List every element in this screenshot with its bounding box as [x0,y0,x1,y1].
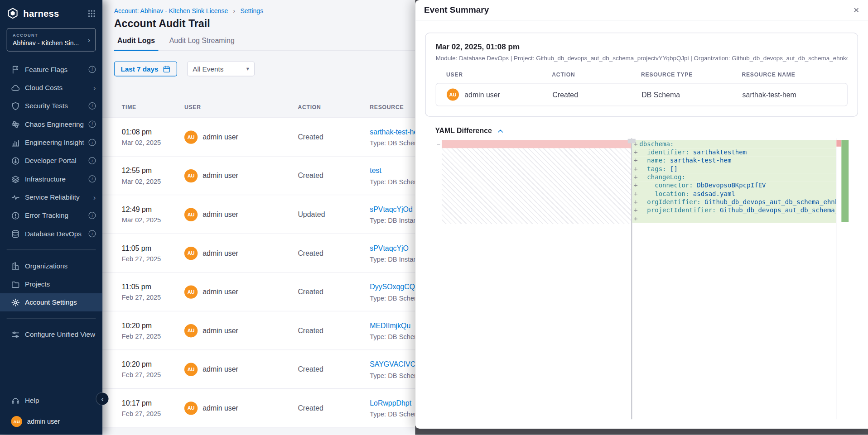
resource-link[interactable]: DyySOxqgCQ [370,282,415,291]
diff-added-line: + changeLog: [632,173,836,181]
row-user: admin user [203,249,238,257]
row-time: 10:17 pm [122,398,184,406]
resource-link[interactable]: SAYGVACIVC [370,360,415,368]
sidebar-item-label: Cloud Costs [25,84,88,91]
diff-added-pane: +dbschema:+ identifier: sarthaktesthem+ … [632,138,836,419]
sidebar-item-developer-portal[interactable]: Developer Portali [0,152,102,170]
user-cell: AUadmin user [184,285,298,298]
yaml-diff-editor[interactable]: − +dbschema:+ identifier: sarthaktesthem… [435,138,848,419]
sidebar-item-engineering-insights[interactable]: Engineering Insightsi [0,133,102,151]
user-cell: AUadmin user [184,208,298,221]
sidebar-item-configure-unified-view[interactable]: Configure Unified View [0,325,102,343]
row-date: Mar 02, 2025 [122,139,184,146]
module-grid-icon[interactable] [87,9,96,17]
avatar: AU [184,363,198,376]
account-selector[interactable]: ACCOUNT Abhinav - Kitchen Sin... › [7,28,96,51]
drawer-header: Event Summary × [415,0,868,20]
portal-icon [11,156,20,165]
sidebar-user[interactable]: AU admin user [0,409,102,428]
sidebar-item-projects[interactable]: Projects [0,275,102,293]
diff-added-line: + tags: [] [632,165,836,173]
diff-added-marker: + [632,157,639,165]
sidebar-general: OrganizationsProjectsAccount Settings [0,257,102,311]
sidebar-item-chaos-engineering[interactable]: Chaos Engineeringi [0,115,102,133]
settings-icon [11,298,20,307]
resource-link[interactable]: MEDIImjkQu [370,321,410,330]
unified-view-icon [11,330,20,339]
help-icon [11,396,20,405]
sidebar-item-help[interactable]: Help [0,391,102,409]
close-icon[interactable]: × [854,5,859,15]
row-time: 12:49 pm [122,205,184,213]
row-time: 11:05 pm [122,282,184,291]
info-icon: i [89,66,96,73]
chevron-right-icon: › [93,193,96,202]
info-icon: i [89,157,96,164]
sidebar-item-label: Configure Unified View [25,330,96,338]
harness-logo-icon[interactable] [7,7,19,19]
avatar: AU [447,89,459,101]
sidebar-item-label: Infrastructure [25,175,84,183]
time-cell: 11:05 pmFeb 27, 2025 [122,244,184,263]
row-date: Feb 27, 2025 [122,255,184,263]
avatar: AU [184,324,198,337]
app-root: harness ACCOUNT Abhinav - Kitchen Sin...… [0,0,868,435]
sidebar-item-organizations[interactable]: Organizations [0,257,102,275]
chevron-right-icon: › [87,35,90,44]
sidebar-modules: Feature FlagsiCloud Costs›Security Tests… [0,60,102,243]
sidebar-item-security-tests[interactable]: Security Testsi [0,97,102,115]
resource-link[interactable]: LoRwppDhpt [370,399,411,407]
sidebar-item-label: Error Tracking [25,211,84,219]
diff-added-marker: + [632,165,639,173]
event-type-select[interactable]: All Events ▾ [187,62,255,76]
resource-link[interactable]: sPVtaqcYjO [370,244,409,252]
diff-added-line: + connector: DbDevopsoBKpcpIfEV [632,182,836,190]
user-cell: AUadmin user [184,324,298,337]
row-date: Feb 27, 2025 [122,371,184,378]
event-context: Module: Database DevOps | Project: Githu… [436,55,848,62]
avatar: AU [11,416,22,427]
reliability-icon [11,193,20,202]
info-icon: i [89,102,96,110]
yaml-difference-label: YAML Difference [435,127,492,135]
yaml-difference-toggle[interactable]: YAML Difference [435,127,848,135]
sidebar-item-cloud-costs[interactable]: Cloud Costs› [0,79,102,97]
col-resource-name: RESOURCE NAME [742,72,847,77]
resource-link[interactable]: sPVtaqcYjOd [370,205,412,213]
user-cell: AUadmin user [184,130,298,143]
account-label: ACCOUNT [13,33,83,38]
sidebar-item-feature-flags[interactable]: Feature Flagsi [0,60,102,78]
avatar: AU [184,208,198,221]
diff-added-line: + identifier: sarthaktesthem [632,148,836,156]
diff-filler-hatch [442,148,631,224]
chevron-down-icon: ▾ [246,66,249,72]
sidebar-item-label: Chaos Engineering [25,120,84,128]
date-range-button[interactable]: Last 7 days [114,62,177,76]
breadcrumb-settings-link[interactable]: Settings [240,8,263,14]
user-cell: AUadmin user [184,169,298,182]
row-action: Created [298,365,370,373]
tab-audit-logs[interactable]: Audit Logs [114,37,159,51]
row-action: Created [298,326,370,335]
sidebar-collapse-button[interactable]: ‹ [96,393,109,405]
row-time: 10:20 pm [122,360,184,368]
diff-added-line: +dbschema: [632,140,836,148]
info-icon: i [89,139,96,146]
resource-link[interactable]: test [370,167,381,175]
sidebar-item-service-reliability[interactable]: Service Reliability› [0,188,102,206]
sidebar-item-infrastructure[interactable]: Infrastructurei [0,170,102,188]
sidebar-divider [7,249,96,250]
sidebar-item-error-tracking[interactable]: Error Trackingi [0,206,102,225]
ruler-removed-mark [836,140,841,147]
sidebar-item-account-settings[interactable]: Account Settings [0,293,102,311]
col-time: TIME [122,104,184,110]
user-cell: AUadmin user [184,363,298,376]
sidebar-item-database-devops[interactable]: Database DevOpsi [0,225,102,243]
row-user: admin user [203,172,238,180]
event-resource-type: DB Schema [641,91,742,99]
user-cell: AUadmin user [184,246,298,259]
event-action: Created [552,91,641,99]
tab-audit-log-streaming[interactable]: Audit Log Streaming [166,37,238,51]
row-time: 01:08 pm [122,128,184,136]
breadcrumb-account-link[interactable]: Account: Abhinav - Kitchen Sink License [114,8,228,14]
